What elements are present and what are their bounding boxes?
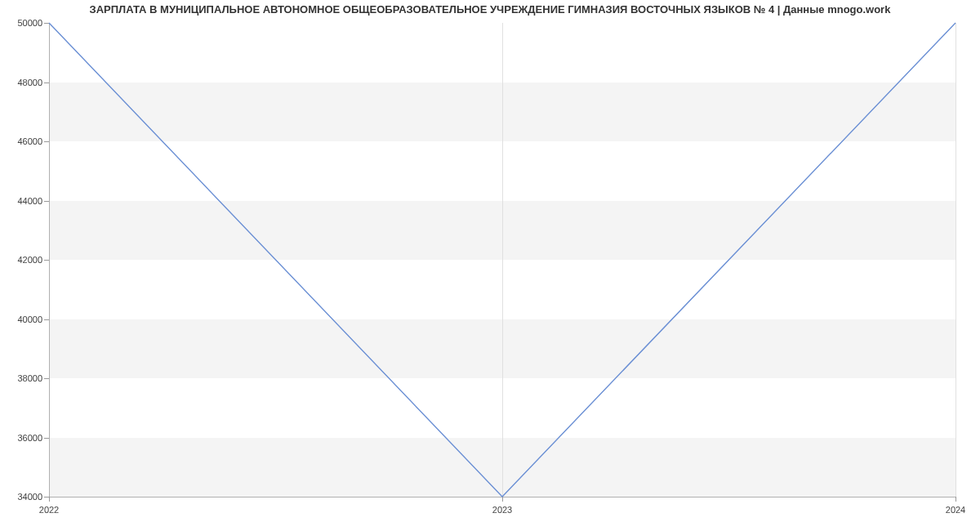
y-tick-label: 48000 bbox=[10, 78, 42, 87]
y-tick-label: 50000 bbox=[10, 18, 42, 28]
x-tick bbox=[956, 497, 956, 502]
y-tick-label: 40000 bbox=[10, 315, 42, 324]
x-tick-label: 2022 bbox=[39, 505, 59, 515]
x-tick-label: 2024 bbox=[946, 505, 965, 515]
x-tick-label: 2023 bbox=[492, 505, 512, 515]
y-tick-label: 38000 bbox=[10, 373, 42, 383]
line-series bbox=[49, 23, 956, 497]
plot-area: 3400036000380004000042000440004600048000… bbox=[49, 23, 956, 497]
y-tick-label: 36000 bbox=[10, 433, 42, 443]
y-tick-label: 34000 bbox=[10, 492, 42, 502]
x-tick bbox=[49, 497, 50, 502]
chart-container: ЗАРПЛАТА В МУНИЦИПАЛЬНОЕ АВТОНОМНОЕ ОБЩЕ… bbox=[0, 0, 980, 531]
y-tick-label: 42000 bbox=[10, 255, 42, 265]
y-tick-label: 46000 bbox=[10, 136, 42, 146]
y-tick-label: 44000 bbox=[10, 196, 42, 206]
chart-title: ЗАРПЛАТА В МУНИЦИПАЛЬНОЕ АВТОНОМНОЕ ОБЩЕ… bbox=[0, 3, 980, 16]
grid-vline bbox=[956, 23, 956, 497]
x-tick bbox=[502, 497, 503, 502]
